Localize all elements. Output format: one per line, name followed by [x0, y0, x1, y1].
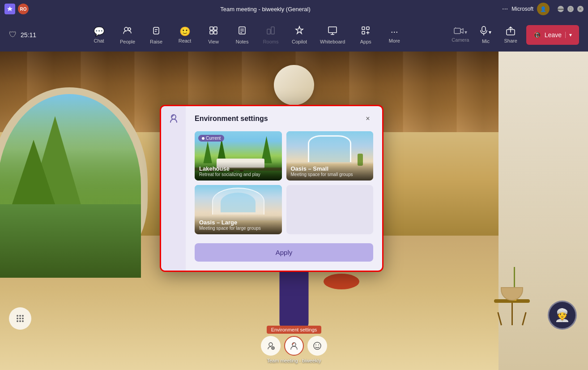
toolbar-right: ▾ Camera ▾ Mic [448, 23, 579, 47]
environment-settings-modal: Environment settings × [160, 105, 383, 272]
svg-point-1 [128, 28, 131, 30]
chat-icon: 💬 [94, 26, 105, 37]
apply-button[interactable]: Apply [195, 243, 373, 262]
timer-section: 🛡 25:11 [9, 30, 36, 39]
user-profile-avatar[interactable]: 👤 [537, 3, 550, 15]
toolbar-apps[interactable]: Apps [352, 23, 379, 47]
svg-point-38 [314, 342, 321, 349]
red-cushion [324, 274, 359, 289]
toolbar-notes[interactable]: Notes [229, 23, 256, 47]
svg-rect-19 [366, 27, 369, 30]
view-icon [209, 26, 218, 38]
toolbar-react[interactable]: 🙂 React [171, 23, 198, 46]
side-table [494, 299, 530, 325]
svg-rect-20 [362, 31, 365, 34]
camera-chevron-icon: ▾ [464, 29, 467, 35]
toolbar-view[interactable]: View [200, 23, 227, 47]
camera-label: Camera [452, 37, 469, 43]
svg-rect-6 [214, 27, 217, 30]
svg-point-40 [318, 344, 319, 345]
window-controls: — □ ✕ [558, 6, 584, 12]
more-label: More [389, 38, 400, 43]
toolbar-chat[interactable]: 💬 Chat [85, 23, 112, 46]
svg-point-39 [315, 344, 316, 345]
microsoft-label: Microsoft [511, 6, 533, 12]
environment-settings-button[interactable] [284, 336, 304, 356]
leave-chevron-icon: ▾ [565, 32, 572, 38]
share-icon [506, 26, 516, 38]
svg-rect-15 [328, 27, 337, 33]
current-badge: Current [198, 135, 224, 142]
camera-button[interactable]: ▾ Camera [448, 24, 473, 45]
modal-content: Environment settings × [186, 106, 382, 271]
people-label: People [120, 39, 135, 44]
oasis-large-name: Oasis – Large [199, 219, 277, 226]
left-arch-frame [0, 87, 148, 275]
title-bar: RO Team meeting - biweekly (General) ···… [0, 0, 588, 18]
reactions-button[interactable] [307, 336, 327, 356]
env-card-lakehouse[interactable]: Current Lakehouse Retreat for socializin… [195, 131, 282, 181]
chat-label: Chat [94, 38, 104, 43]
toolbar-more[interactable]: ··· More [381, 24, 408, 46]
title-more-btn[interactable]: ··· [502, 5, 508, 13]
left-arch-window [0, 94, 141, 278]
grid-view-button[interactable] [9, 307, 31, 330]
toolbar: 🛡 25:11 💬 Chat People [0, 18, 588, 52]
rooms-icon [266, 26, 276, 38]
toolbar-rooms: Rooms [257, 23, 284, 47]
leave-label: Leave [545, 31, 562, 39]
participant-avatar: 👳 [548, 301, 577, 330]
mic-chevron-icon: ▾ [489, 29, 491, 35]
rooms-label: Rooms [263, 39, 279, 44]
modal-header: Environment settings × [195, 113, 373, 124]
raise-icon [151, 26, 161, 38]
toolbar-whiteboard[interactable]: Whiteboard [315, 23, 350, 47]
apps-label: Apps [360, 39, 371, 44]
ceiling-sphere [274, 65, 314, 105]
modal-title: Environment settings [195, 115, 268, 123]
leave-button[interactable]: 📵 Leave ▾ [526, 25, 579, 45]
svg-point-29 [17, 318, 18, 319]
share-label: Share [504, 38, 517, 43]
oasis-small-desc: Meeting space for small groups [291, 172, 369, 177]
svg-rect-8 [214, 31, 217, 34]
close-button[interactable]: ✕ [577, 6, 584, 12]
notes-icon [237, 26, 247, 38]
svg-rect-18 [362, 27, 365, 30]
mic-button[interactable]: ▾ Mic [476, 23, 495, 47]
empty-slot [286, 185, 374, 234]
leave-phone-icon: 📵 [533, 31, 541, 39]
svg-rect-13 [267, 29, 270, 34]
svg-point-34 [22, 320, 24, 322]
people-icon [123, 26, 132, 38]
svg-rect-2 [153, 27, 159, 34]
more-icon: ··· [391, 26, 398, 37]
avatar-settings-button[interactable] [261, 336, 281, 356]
react-icon: 🙂 [179, 26, 191, 37]
toolbar-copilot[interactable]: Copilot [286, 23, 313, 47]
mic-icon [480, 26, 488, 39]
svg-rect-23 [482, 26, 486, 32]
mic-label: Mic [482, 39, 490, 44]
env-card-oasis-large[interactable]: Oasis – Large Meeting space for large gr… [195, 185, 282, 234]
camera-icon [454, 27, 464, 37]
env-card-oasis-small[interactable]: Oasis – Small Meeting space for small gr… [286, 131, 374, 181]
meeting-timer: 25:11 [21, 31, 36, 39]
share-button[interactable]: Share [499, 23, 522, 46]
bottom-buttons [261, 336, 327, 356]
maximize-button[interactable]: □ [567, 6, 574, 12]
oasis-small-overlay: Oasis – Small Meeting space for small gr… [286, 162, 374, 181]
view-label: View [208, 39, 219, 44]
meeting-bottom-label: Team meeting - biweekly [267, 358, 321, 363]
minimize-button[interactable]: — [558, 6, 564, 12]
shield-icon: 🛡 [9, 30, 17, 39]
svg-point-27 [19, 315, 21, 317]
apps-icon [361, 26, 371, 38]
toolbar-people[interactable]: People [114, 23, 141, 47]
svg-rect-14 [271, 27, 274, 34]
copilot-icon [294, 26, 304, 38]
user-avatar-ro[interactable]: RO [18, 4, 29, 14]
modal-sidebar-icon [168, 113, 179, 126]
modal-close-button[interactable]: × [362, 113, 373, 124]
toolbar-raise[interactable]: Raise [143, 23, 170, 47]
